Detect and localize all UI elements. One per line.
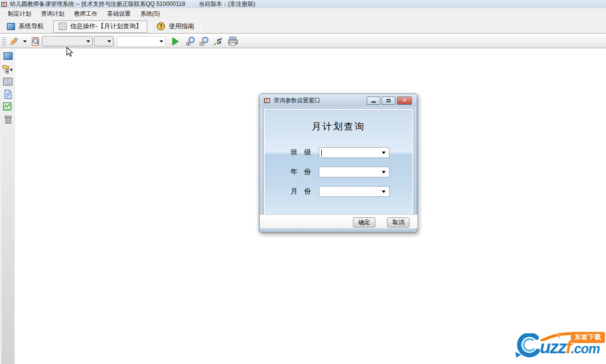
info-operation-tab-label: 信息操作-【月计划查询】 — [70, 22, 142, 31]
edit-dropdown-button[interactable] — [20, 36, 30, 47]
dialog-title: 查询参数设置窗口 — [274, 96, 367, 105]
zoom-out-icon — [199, 36, 211, 46]
printer-roll-icon — [3, 115, 13, 124]
menu-item-plan[interactable]: 制定计划 — [3, 8, 36, 19]
separator — [150, 20, 150, 32]
menu-item-teacher[interactable]: 教师工作 — [69, 8, 102, 19]
dialog-book-icon — [264, 97, 271, 104]
document-button[interactable] — [2, 89, 14, 99]
menu-item-query[interactable]: 查询计划 — [36, 8, 69, 19]
grid-icon — [59, 22, 67, 30]
panel-view-button[interactable] — [2, 51, 14, 61]
chevron-down-icon — [382, 171, 386, 173]
play-icon — [172, 37, 179, 46]
download-badge: 东坡下载 — [571, 332, 605, 343]
document-icon — [4, 90, 12, 99]
month-combobox[interactable] — [319, 186, 390, 197]
chevron-down-icon — [382, 191, 386, 193]
menu-item-system[interactable]: 系统(S) — [136, 8, 165, 19]
brand-prefix: uzz — [540, 337, 566, 358]
chart-icon — [3, 102, 13, 112]
sql-icon: S — [213, 37, 223, 46]
brand-f: f — [566, 337, 571, 358]
printer-icon — [227, 36, 239, 46]
run-query-button[interactable] — [171, 36, 180, 47]
month-field-label: 月 份 — [291, 187, 319, 196]
sparkle-icon — [555, 331, 563, 339]
question-icon: ? — [156, 22, 165, 31]
chevron-down-icon — [159, 40, 163, 42]
filter-combobox-1[interactable] — [42, 36, 93, 46]
print-preview-button[interactable] — [2, 114, 14, 125]
filter-combobox-2[interactable] — [94, 36, 114, 46]
close-icon: ✕ — [402, 98, 407, 103]
left-sidebar — [0, 49, 15, 364]
system-nav-button[interactable]: 系统导航 — [3, 20, 48, 32]
app-version: 当前版本：(非注册版) — [199, 0, 255, 8]
separator — [50, 20, 51, 32]
search-document-button[interactable] — [30, 36, 42, 47]
close-button[interactable]: ✕ — [397, 96, 412, 105]
zoom-in-button[interactable] — [184, 36, 198, 47]
action-toolbar: S — [0, 34, 606, 48]
brand-suffix: .com — [571, 342, 600, 357]
sql-button[interactable]: S — [212, 36, 224, 47]
app-book-icon — [1, 1, 8, 8]
separator — [200, 20, 201, 32]
guide-label: 使用指南 — [169, 22, 194, 31]
window-controls: ✕ — [367, 96, 412, 105]
class-field-label: 班 级 — [291, 148, 319, 157]
chart-view-button[interactable] — [2, 101, 14, 112]
minimize-icon — [371, 101, 376, 103]
app-titlebar: 幼儿园教师备课管理系统 -- 技术支持与注册正版联系QQ 510000118 当… — [0, 0, 606, 8]
system-nav-label: 系统导航 — [19, 22, 44, 31]
minimize-button[interactable] — [367, 96, 380, 105]
guide-button[interactable]: ? 使用指南 — [153, 20, 198, 32]
class-field-row: 班 级 — [291, 147, 390, 158]
chevron-down-icon — [23, 40, 27, 42]
maximize-button[interactable] — [382, 96, 395, 105]
swirl-logo-icon — [514, 333, 541, 359]
maximize-icon — [387, 99, 391, 102]
filter-combobox-3[interactable] — [117, 36, 166, 47]
blue-panel-icon — [3, 52, 13, 60]
chevron-down-icon — [382, 152, 386, 154]
edit-button[interactable] — [8, 36, 20, 47]
text-caret — [321, 150, 322, 156]
folder-tree-button[interactable] — [2, 63, 14, 74]
menu-bar: 制定计划 查询计划 教师工作 基础设置 系统(S) — [0, 8, 606, 19]
year-combobox[interactable] — [319, 167, 390, 177]
mouse-cursor — [66, 47, 74, 57]
query-params-dialog: 查询参数设置窗口 ✕ 月计划查询 班 级 — [259, 94, 417, 232]
uzzf-watermark-logo: uzz f .com 东坡下载 — [514, 331, 605, 361]
application-window: 幼儿园教师备课管理系统 -- 技术支持与注册正版联系QQ 510000118 当… — [0, 0, 606, 364]
zoom-in-icon — [185, 36, 197, 46]
report-list-icon — [3, 77, 13, 86]
year-field-label: 年 份 — [291, 168, 319, 176]
chevron-down-icon — [86, 40, 90, 42]
toolbar-grip[interactable] — [1, 36, 6, 47]
menu-item-settings[interactable]: 基础设置 — [102, 8, 136, 19]
dialog-button-bar: 确定 取消 — [260, 214, 417, 229]
month-field-row: 月 份 — [291, 186, 390, 197]
svg-text:?: ? — [159, 23, 163, 29]
chevron-down-icon — [107, 40, 111, 42]
nav-toolbar: 系统导航 信息操作-【月计划查询】 ? 使用指南 — [0, 19, 606, 34]
class-combobox[interactable] — [319, 147, 390, 158]
ok-button[interactable]: 确定 — [353, 217, 375, 228]
cancel-button[interactable]: 取消 — [387, 217, 410, 228]
print-button[interactable] — [226, 36, 240, 47]
folder-tree-icon — [2, 64, 13, 74]
info-operation-tab[interactable]: 信息操作-【月计划查询】 — [53, 20, 147, 33]
dialog-titlebar[interactable]: 查询参数设置窗口 ✕ — [259, 94, 417, 107]
year-field-row: 年 份 — [291, 167, 390, 177]
pencil-icon — [9, 37, 19, 46]
zoom-out-button[interactable] — [198, 36, 212, 47]
report-list-button[interactable] — [2, 76, 14, 87]
blue-panel-icon — [7, 23, 15, 30]
dialog-heading: 月计划查询 — [265, 120, 412, 133]
search-document-icon — [31, 37, 41, 46]
dialog-form-panel: 月计划查询 班 级 年 份 月 份 — [264, 109, 413, 215]
app-title: 幼儿园教师备课管理系统 -- 技术支持与注册正版联系QQ 510000118 — [10, 0, 185, 8]
